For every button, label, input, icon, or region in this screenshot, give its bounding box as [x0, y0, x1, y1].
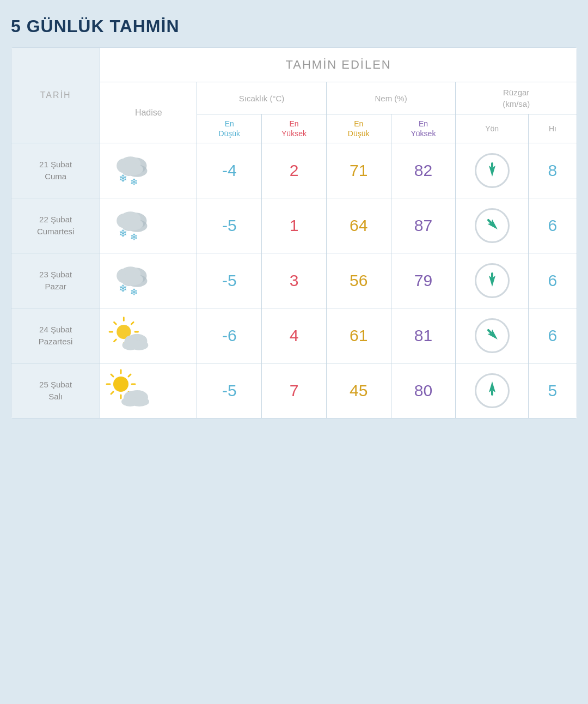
forecast-table-wrapper: TARİH TAHMİN EDİLEN Hadise Sıcaklık (°C)… [11, 47, 577, 418]
svg-text:❄: ❄ [130, 177, 137, 187]
table-row: 21 Şubat Cuma ❄ ❄ -427182 8 [11, 143, 577, 198]
svg-text:❄: ❄ [130, 232, 137, 242]
svg-text:❄: ❄ [119, 283, 127, 294]
wind-speed-4: 5 [528, 363, 577, 418]
svg-rect-29 [491, 272, 493, 278]
nem-high-0: 82 [391, 143, 456, 198]
svg-line-35 [114, 322, 116, 324]
nem-high-1: 87 [391, 198, 456, 253]
header-tahmin-edilen: TAHMİN EDİLEN [100, 48, 577, 82]
temp-high-3: 4 [262, 308, 327, 363]
table-row: 22 Şubat Cumartesi ❄ ❄ -516487 6 [11, 198, 577, 253]
header-nem-high: En Yüksek [391, 114, 456, 143]
tarih-0: 21 Şubat Cuma [11, 143, 100, 198]
temp-high-1: 1 [262, 198, 327, 253]
header-hadise: Hadise [100, 82, 197, 143]
header-hiz: Hı [528, 114, 577, 143]
header-temp-low: En Düşük [197, 114, 262, 143]
temp-high-0: 2 [262, 143, 327, 198]
svg-text:❄: ❄ [119, 173, 127, 184]
temp-high-2: 3 [262, 253, 327, 308]
svg-rect-59 [491, 390, 493, 396]
nem-high-3: 81 [391, 308, 456, 363]
tarih-3: 24 Şubat Pazartesi [11, 308, 100, 363]
wind-speed-2: 6 [528, 253, 577, 308]
svg-line-53 [111, 392, 113, 394]
forecast-table: TARİH TAHMİN EDİLEN Hadise Sıcaklık (°C)… [11, 47, 577, 418]
wind-dir-1 [456, 198, 529, 253]
nem-high-4: 80 [391, 363, 456, 418]
hadise-icon-1: ❄ ❄ [100, 198, 197, 253]
temp-low-4: -5 [197, 363, 262, 418]
svg-point-42 [122, 340, 138, 350]
page-title: 5 GÜNLÜK TAHMİN [11, 16, 577, 37]
svg-line-50 [111, 374, 113, 377]
svg-text:❄: ❄ [119, 228, 127, 239]
svg-point-45 [113, 377, 128, 392]
header-nem: Nem (%) [326, 82, 455, 114]
hadise-icon-0: ❄ ❄ [100, 143, 197, 198]
header-yon: Yön [456, 114, 529, 143]
temp-low-2: -5 [197, 253, 262, 308]
nem-low-4: 45 [326, 363, 391, 418]
header-sicaklik: Sıcaklık (°C) [197, 82, 326, 114]
svg-line-38 [114, 339, 116, 342]
nem-low-1: 64 [326, 198, 391, 253]
header-tarih: TARİH [11, 48, 100, 143]
header-ruzgar: Rüzgar (km/sa) [456, 82, 577, 114]
nem-high-2: 79 [391, 253, 456, 308]
svg-rect-44 [487, 329, 492, 334]
header-temp-high: En Yüksek [262, 114, 327, 143]
hadise-icon-2: ❄ ❄ [100, 253, 197, 308]
wind-dir-2 [456, 253, 529, 308]
temp-low-0: -4 [197, 143, 262, 198]
hadise-icon-4 [100, 363, 197, 418]
wind-dir-0 [456, 143, 529, 198]
wind-speed-1: 6 [528, 198, 577, 253]
table-row: 23 Şubat Pazar ❄ ❄ -535679 6 [11, 253, 577, 308]
wind-dir-4 [456, 363, 529, 418]
temp-low-3: -6 [197, 308, 262, 363]
svg-line-37 [131, 322, 133, 324]
nem-low-2: 56 [326, 253, 391, 308]
table-row: 25 Şubat Salı -574580 5 [11, 363, 577, 418]
tarih-2: 23 Şubat Pazar [11, 253, 100, 308]
svg-rect-9 [491, 162, 493, 168]
temp-low-1: -5 [197, 198, 262, 253]
temp-high-4: 7 [262, 363, 327, 418]
hadise-icon-3 [100, 308, 197, 363]
tarih-1: 22 Şubat Cumartesi [11, 198, 100, 253]
nem-low-0: 71 [326, 143, 391, 198]
svg-text:❄: ❄ [130, 287, 137, 298]
svg-rect-19 [487, 219, 492, 224]
wind-dir-3 [456, 308, 529, 363]
svg-point-57 [121, 397, 139, 406]
svg-line-52 [128, 374, 131, 377]
wind-speed-3: 6 [528, 308, 577, 363]
nem-low-3: 61 [326, 308, 391, 363]
table-row: 24 Şubat Pazartesi -646181 6 [11, 308, 577, 363]
wind-speed-0: 8 [528, 143, 577, 198]
header-nem-low: En Düşük [326, 114, 391, 143]
tarih-4: 25 Şubat Salı [11, 363, 100, 418]
